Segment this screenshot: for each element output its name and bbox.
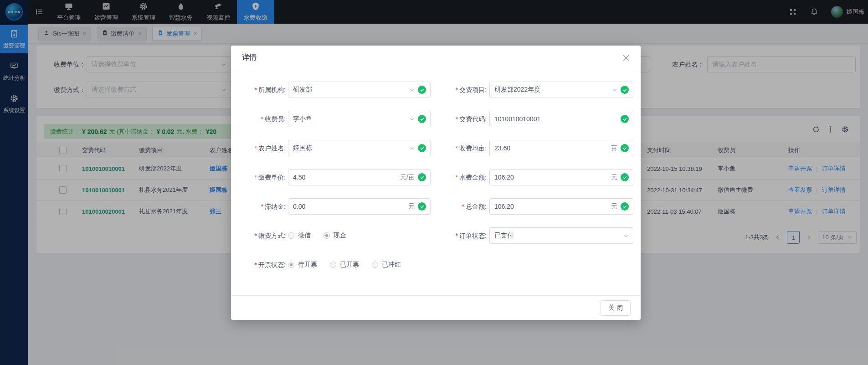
close-button[interactable]: 关 闭 [601, 300, 631, 316]
late-fee-input[interactable]: 0.00 元 [288, 198, 431, 215]
field-value: 0.00 [293, 203, 405, 210]
valid-check-icon [621, 144, 629, 152]
valid-check-icon [621, 173, 629, 181]
project-select[interactable]: 研发部2022年度 [489, 82, 633, 98]
code-input[interactable]: 1010010010001 [489, 111, 633, 127]
field-label-farmer: *农户姓名: [231, 140, 286, 156]
unit-label: 元 [611, 202, 617, 211]
radio-checked-icon [288, 262, 294, 268]
modal-body: *所属机构: 研发部 *交费项目: 研发部2022年度 *收费员: 李小鱼 [231, 70, 641, 295]
valid-check-icon [418, 202, 426, 211]
pay-method-radio-group: 微信 现金 [288, 227, 359, 244]
field-label-collector: *收费员: [231, 111, 286, 127]
required-asterisk: * [456, 115, 458, 123]
required-asterisk: * [456, 86, 458, 93]
field-label-total-amount: *总金额: [431, 198, 487, 215]
modal-footer: 关 闭 [231, 295, 641, 320]
required-asterisk: * [261, 115, 263, 123]
close-icon[interactable] [622, 54, 630, 62]
modal-header: 详情 [231, 46, 641, 70]
field-label-pay-method: *缴费方式: [231, 227, 286, 244]
chevron-down-icon [409, 116, 415, 122]
valid-check-icon [418, 115, 426, 123]
radio-cash[interactable]: 现金 [324, 231, 346, 240]
field-label-late-fee: *滞纳金: [231, 198, 286, 215]
unit-label: 元/亩 [400, 173, 415, 181]
radio-icon [330, 262, 336, 268]
unit-price-input[interactable]: 4.50 元/亩 [288, 169, 431, 185]
required-asterisk: * [456, 174, 458, 181]
field-value: 106.20 [494, 203, 608, 210]
field-value: 姬国栋 [293, 144, 406, 152]
field-label-project: *交费项目: [431, 82, 487, 98]
required-asterisk: * [456, 144, 458, 152]
field-label-invoice-status: *开票状态: [231, 257, 286, 273]
field-value: 李小鱼 [293, 115, 406, 123]
radio-checked-icon [324, 232, 330, 239]
radio-pending-invoice[interactable]: 待开票 [288, 261, 317, 269]
required-asterisk: * [255, 261, 257, 268]
field-label-order-status: *订单状态: [431, 227, 487, 244]
required-asterisk: * [255, 86, 257, 93]
unit-label: 元 [611, 173, 617, 181]
unit-label: 亩 [611, 144, 617, 152]
required-asterisk: * [255, 232, 257, 239]
farmer-select[interactable]: 姬国栋 [288, 140, 431, 156]
radio-invoiced[interactable]: 已开票 [330, 261, 359, 269]
field-value: 106.20 [494, 174, 608, 181]
radio-icon [288, 232, 294, 239]
org-select[interactable]: 研发部 [288, 82, 431, 98]
field-label-unit-price: *缴费单价: [231, 169, 286, 185]
field-value: 1010010010001 [494, 115, 617, 123]
field-label-water-amount: *水费金额: [431, 169, 487, 185]
field-value: 已支付 [494, 231, 620, 240]
detail-modal: 详情 *所属机构: 研发部 *交费项目: 研发部2022年度 [231, 46, 641, 320]
field-value: 研发部 [293, 86, 406, 94]
required-asterisk: * [456, 232, 458, 239]
field-label-code: *交费代码: [431, 111, 487, 127]
collector-select[interactable]: 李小鱼 [288, 111, 431, 127]
area-input[interactable]: 23.60 亩 [489, 140, 633, 156]
radio-icon [372, 262, 378, 268]
required-asterisk: * [261, 203, 263, 210]
radio-wechat[interactable]: 微信 [288, 231, 311, 240]
valid-check-icon [621, 115, 629, 123]
unit-label: 元 [408, 202, 415, 211]
required-asterisk: * [255, 144, 257, 152]
radio-voided[interactable]: 已冲红 [372, 261, 401, 269]
invoice-status-radio-group: 待开票 已开票 已冲红 [288, 257, 414, 273]
chevron-down-icon [612, 87, 617, 93]
chevron-down-icon [409, 87, 415, 93]
field-value: 研发部2022年度 [494, 86, 609, 94]
modal-title: 详情 [242, 53, 257, 62]
app-screen: RIEON 平台管理 运营管理 系统管理 智慧水务 [0, 0, 868, 365]
water-amount-input[interactable]: 106.20 元 [489, 169, 633, 185]
valid-check-icon [621, 86, 629, 94]
field-label-org: *所属机构: [231, 82, 286, 98]
valid-check-icon [621, 202, 629, 211]
field-value: 23.60 [494, 144, 608, 152]
required-asterisk: * [255, 174, 257, 181]
chevron-down-icon [623, 233, 629, 238]
order-status-select[interactable]: 已支付 [489, 227, 633, 244]
valid-check-icon [418, 86, 426, 94]
valid-check-icon [418, 144, 426, 152]
required-asterisk: * [462, 203, 464, 210]
valid-check-icon [418, 173, 426, 181]
chevron-down-icon [409, 145, 415, 151]
field-value: 4.50 [293, 174, 397, 181]
total-amount-input[interactable]: 106.20 元 [489, 198, 633, 215]
field-label-area: *收费地亩: [431, 140, 487, 156]
